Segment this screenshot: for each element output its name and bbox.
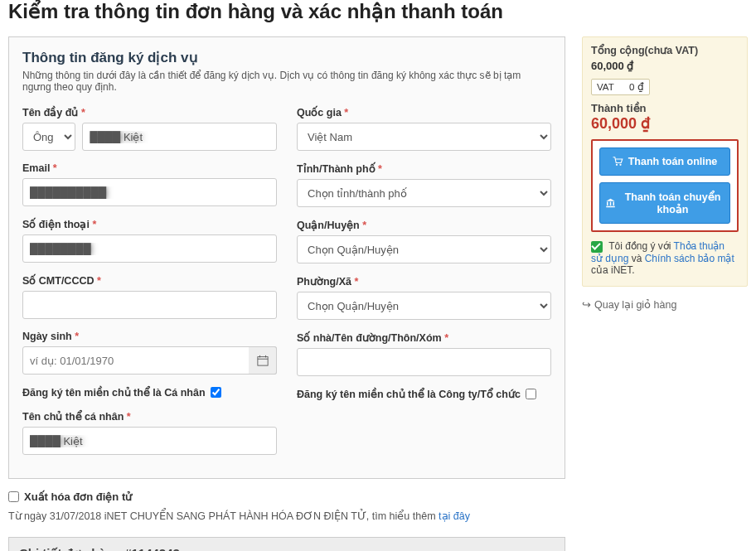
dob-label: Ngày sinh * [22,331,277,342]
personal-reg-checkbox[interactable] [211,387,221,398]
order-detail-title: Chi tiết đơn hàng #1144243 [8,537,565,551]
ward-select[interactable]: Chọn Quận/Huyện [297,292,551,320]
district-label: Quận/Huyện * [297,219,551,231]
page-title: Kiểm tra thông tin đơn hàng và xác nhận … [8,0,748,23]
back-to-cart-link[interactable]: ↪ Quay lại giỏ hàng [582,298,748,311]
phone-input[interactable] [22,234,277,263]
address-label: Số nhà/Tên đường/Thôn/Xóm * [297,331,551,344]
province-select[interactable]: Chọn tỉnh/thành phố [297,179,551,207]
payment-buttons-box: Thanh toán online Thanh toán chuyển khoả… [591,139,739,232]
agree-text: Tôi đồng ý với Thỏa thuận sử dụng và Chí… [591,240,739,276]
back-arrow-icon: ↪ [582,298,591,311]
sum-total-label: Thành tiền [591,102,739,114]
sum-total-value: 60,000 ₫ [591,114,739,133]
dob-input[interactable] [22,346,277,375]
salutation-select[interactable]: Ông [22,123,75,151]
province-label: Tỉnh/Thành phố * [297,162,551,175]
svg-point-4 [616,164,618,166]
einvoice-note-link[interactable]: tại đây [439,510,470,522]
owner-input[interactable] [22,427,277,455]
fullname-input[interactable] [82,123,277,151]
company-reg-checkbox[interactable] [526,389,536,399]
email-input[interactable] [22,178,277,206]
owner-label: Tên chủ thể cá nhân * [22,410,277,423]
privacy-link[interactable]: Chính sách bảo mật [645,253,734,264]
einvoice-checkbox[interactable] [8,491,19,502]
pay-online-button[interactable]: Thanh toán online [599,147,730,176]
cart-icon [613,157,623,167]
registration-panel: Thông tin đăng ký dịch vụ Những thông ti… [8,36,565,479]
svg-rect-9 [613,202,615,206]
panel-subtitle: Những thông tin dưới đây là cần thiết để… [22,70,551,93]
sum-subtotal-label: Tổng cộng(chưa VAT) [591,44,698,56]
svg-rect-8 [610,202,612,206]
svg-rect-10 [606,206,615,208]
country-select[interactable]: Việt Nam [297,123,551,151]
ward-label: Phường/Xã * [297,275,551,288]
svg-point-5 [619,164,621,166]
bank-icon [605,198,616,208]
summary-box: Tổng cộng(chưa VAT) 60,000 ₫ VAT 0 ₫ Thà… [582,36,748,287]
panel-title: Thông tin đăng ký dịch vụ [22,49,551,66]
idnum-label: Số CMT/CCCD * [22,274,277,287]
agree-check-icon [591,241,603,253]
company-reg-label: Đăng ký tên miền chủ thể là Công ty/Tổ c… [297,388,521,400]
fullname-label: Tên đầy đủ * [22,106,277,118]
address-input[interactable] [297,348,551,376]
sum-subtotal-value: 60,000 ₫ [591,60,739,72]
svg-rect-0 [257,357,267,366]
email-label: Email * [22,162,277,174]
idnum-input[interactable] [22,291,277,319]
district-select[interactable]: Chọn Quận/Huyện [297,235,551,263]
vat-pill: VAT 0 ₫ [591,79,650,95]
calendar-icon[interactable] [249,346,277,375]
svg-rect-7 [607,202,608,206]
country-label: Quốc gia * [297,106,551,118]
einvoice-note: Từ ngày 31/07/2018 iNET CHUYỂN SANG PHÁT… [8,510,565,522]
personal-reg-label: Đăng ký tên miền chủ thể là Cá nhân [22,386,206,399]
pay-transfer-button[interactable]: Thanh toán chuyển khoản [599,182,730,224]
phone-label: Số điện thoại * [22,218,277,230]
svg-marker-6 [606,199,615,201]
einvoice-label: Xuất hóa đơn điện tử [24,491,132,503]
